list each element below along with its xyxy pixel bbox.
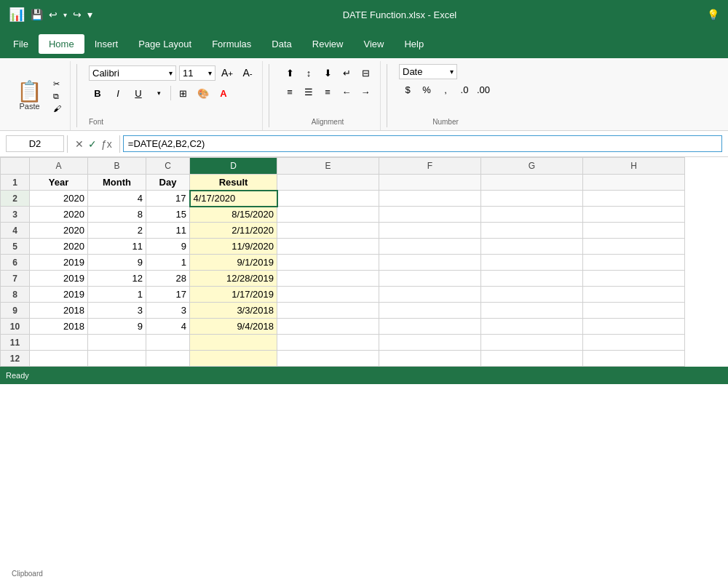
col-header-a[interactable]: A — [30, 158, 88, 175]
indent-less-button[interactable]: ← — [338, 83, 355, 100]
cell-D7[interactable]: 12/28/2019 — [190, 271, 277, 287]
cell-E5[interactable] — [277, 239, 379, 255]
cell-G7[interactable] — [481, 271, 583, 287]
col-header-e[interactable]: E — [277, 158, 379, 175]
cell-B1[interactable]: Month — [88, 175, 146, 191]
row-header-5[interactable]: 5 — [1, 239, 30, 255]
border-button[interactable]: ⊞ — [174, 84, 191, 102]
cell-H12[interactable] — [583, 351, 685, 367]
cell-E4[interactable] — [277, 223, 379, 239]
font-color-button[interactable]: A — [215, 84, 232, 102]
cell-H6[interactable] — [583, 255, 685, 271]
row-header-6[interactable]: 6 — [1, 255, 30, 271]
underline-dropdown[interactable]: ▾ — [150, 84, 167, 102]
cut-button[interactable]: ✂ — [50, 79, 64, 89]
cell-B4[interactable]: 2 — [88, 223, 146, 239]
undo-icon[interactable]: ↩ — [49, 9, 58, 20]
cell-F5[interactable] — [379, 239, 481, 255]
cell-D9[interactable]: 3/3/2018 — [190, 303, 277, 319]
formula-input[interactable] — [123, 135, 722, 152]
cell-B10[interactable]: 9 — [88, 319, 146, 335]
row-header-11[interactable]: 11 — [1, 335, 30, 351]
cell-G11[interactable] — [481, 335, 583, 351]
cell-B9[interactable]: 3 — [88, 303, 146, 319]
cell-E8[interactable] — [277, 287, 379, 303]
cell-E6[interactable] — [277, 255, 379, 271]
align-right-button[interactable]: ≡ — [319, 83, 336, 100]
row-header-8[interactable]: 8 — [1, 287, 30, 303]
cell-B5[interactable]: 11 — [88, 239, 146, 255]
save-icon[interactable]: 💾 — [31, 9, 43, 20]
number-format-dropdown[interactable]: Date ▾ — [399, 64, 457, 79]
align-middle-button[interactable]: ↕ — [300, 64, 317, 81]
row-header-10[interactable]: 10 — [1, 319, 30, 335]
redo-icon[interactable]: ↪ — [73, 9, 82, 20]
menu-item-formulas[interactable]: Formulas — [202, 34, 261, 54]
cell-C2[interactable]: 17 — [146, 191, 190, 207]
cell-C8[interactable]: 17 — [146, 287, 190, 303]
cell-C12[interactable] — [146, 351, 190, 367]
menu-item-review[interactable]: Review — [302, 34, 354, 54]
cell-E2[interactable] — [277, 191, 379, 207]
comma-button[interactable]: , — [437, 81, 454, 98]
cell-F3[interactable] — [379, 207, 481, 223]
menu-item-file[interactable]: File — [3, 34, 39, 54]
cell-D10[interactable]: 9/4/2018 — [190, 319, 277, 335]
cell-F1[interactable] — [379, 175, 481, 191]
decrease-decimal-button[interactable]: .0 — [456, 81, 473, 98]
cell-A6[interactable]: 2019 — [30, 255, 88, 271]
bold-button[interactable]: B — [89, 84, 106, 102]
cell-G2[interactable] — [481, 191, 583, 207]
more-icon[interactable]: ▾ — [87, 9, 92, 20]
cell-H11[interactable] — [583, 335, 685, 351]
cell-C10[interactable]: 4 — [146, 319, 190, 335]
cell-H7[interactable] — [583, 271, 685, 287]
cell-reference-input[interactable] — [6, 135, 64, 152]
confirm-formula-icon[interactable]: ✓ — [88, 138, 97, 150]
font-name-dropdown[interactable]: Calibri ▾ — [89, 65, 176, 81]
cell-D6[interactable]: 9/1/2019 — [190, 255, 277, 271]
cell-D4[interactable]: 2/11/2020 — [190, 223, 277, 239]
percent-button[interactable]: % — [418, 81, 435, 98]
cell-B11[interactable] — [88, 335, 146, 351]
decrease-font-button[interactable]: A- — [239, 64, 256, 81]
align-top-button[interactable]: ⬆ — [281, 64, 298, 81]
grid-wrapper[interactable]: A B C D E F G H 1YearMonthDayResult22020… — [0, 157, 728, 367]
cell-C1[interactable]: Day — [146, 175, 190, 191]
cell-D3[interactable]: 8/15/2020 — [190, 207, 277, 223]
align-left-button[interactable]: ≡ — [281, 83, 298, 100]
cell-F7[interactable] — [379, 271, 481, 287]
row-header-3[interactable]: 3 — [1, 207, 30, 223]
cell-G3[interactable] — [481, 207, 583, 223]
menu-item-home[interactable]: Home — [39, 34, 84, 54]
cell-G9[interactable] — [481, 303, 583, 319]
cell-A3[interactable]: 2020 — [30, 207, 88, 223]
cell-G1[interactable] — [481, 175, 583, 191]
increase-font-button[interactable]: A+ — [218, 64, 236, 81]
cell-H8[interactable] — [583, 287, 685, 303]
italic-button[interactable]: I — [109, 84, 127, 102]
cell-F6[interactable] — [379, 255, 481, 271]
cell-B2[interactable]: 4 — [88, 191, 146, 207]
indent-more-button[interactable]: → — [357, 83, 374, 100]
menu-item-data[interactable]: Data — [261, 34, 301, 54]
cell-H4[interactable] — [583, 223, 685, 239]
cell-F10[interactable] — [379, 319, 481, 335]
row-header-9[interactable]: 9 — [1, 303, 30, 319]
cell-E12[interactable] — [277, 351, 379, 367]
cell-B12[interactable] — [88, 351, 146, 367]
cell-A2[interactable]: 2020 — [30, 191, 88, 207]
cell-G10[interactable] — [481, 319, 583, 335]
cell-A4[interactable]: 2020 — [30, 223, 88, 239]
col-header-b[interactable]: B — [88, 158, 146, 175]
cell-H9[interactable] — [583, 303, 685, 319]
lightbulb-icon[interactable]: 💡 — [707, 9, 719, 20]
cell-C9[interactable]: 3 — [146, 303, 190, 319]
menu-item-view[interactable]: View — [353, 34, 394, 54]
cell-H2[interactable] — [583, 191, 685, 207]
cell-C11[interactable] — [146, 335, 190, 351]
cell-G4[interactable] — [481, 223, 583, 239]
cell-H5[interactable] — [583, 239, 685, 255]
cell-H3[interactable] — [583, 207, 685, 223]
merge-button[interactable]: ⊟ — [357, 64, 374, 81]
